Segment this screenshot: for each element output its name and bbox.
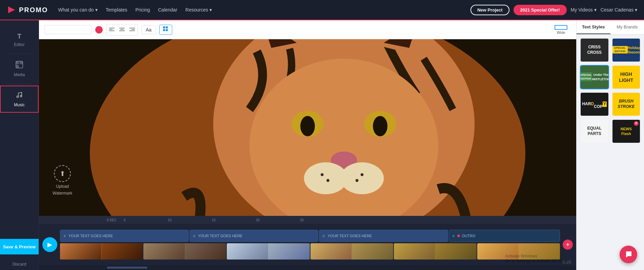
nav-right: New Project 2021 Special Offer! My Video… — [470, 5, 637, 15]
align-left-button[interactable] — [107, 25, 117, 35]
media-segment-5[interactable] — [394, 243, 477, 260]
new-project-button[interactable]: New Project — [470, 5, 509, 15]
main-layout: T Editor Media Music Save & Preview Disc… — [0, 20, 644, 270]
save-preview-button[interactable]: Save & Preview — [0, 239, 39, 254]
timeline-scrollbar[interactable] — [107, 267, 147, 269]
wide-button[interactable]: Wide — [555, 25, 567, 35]
svg-rect-4 — [16, 65, 19, 68]
style-card-holiday[interactable]: SPECIAL EDITION HolidaySeason — [612, 38, 641, 62]
ruler-20: 20 — [256, 218, 300, 222]
tab-my-brands[interactable]: My Brands — [610, 20, 644, 34]
wide-bar-icon — [555, 25, 567, 30]
media-segment-3[interactable] — [227, 243, 309, 260]
align-group — [106, 24, 138, 36]
sidebar-divider — [8, 54, 31, 54]
media-thumb-1 — [60, 243, 143, 260]
track-segment-3[interactable]: YOUR TEXT GOES HERE — [319, 230, 448, 242]
align-center-button[interactable] — [117, 25, 127, 35]
timeline-ruler: 0 SEC 5 10 15 20 25 — [39, 216, 576, 224]
style-card-brush-stroke[interactable]: BRUSHSTROKE — [612, 92, 641, 116]
right-panel: Text Styles My Brands CRISSCROSS SPECIAL… — [576, 20, 644, 270]
style-card-news-flash[interactable]: NEWSFlash ✕ — [612, 119, 641, 143]
watermark-label-1: Upload — [56, 184, 69, 189]
right-tabs: Text Styles My Brands — [577, 20, 644, 35]
play-button[interactable]: ▶ — [42, 237, 57, 252]
outro-dot — [457, 234, 460, 237]
style-card-hard-copy[interactable]: HARDCOPY — [580, 92, 609, 116]
font-size-button[interactable]: Aa — [141, 25, 156, 34]
editor-icon: T — [17, 32, 21, 40]
svg-point-5 — [17, 96, 19, 98]
font-selector[interactable]: Yellowtail ▾ — [44, 25, 92, 34]
sidebar-item-label: Music — [14, 103, 24, 107]
media-thumb-2 — [143, 243, 226, 260]
media-thumb-4 — [310, 243, 393, 260]
nav-pricing[interactable]: Pricing — [135, 7, 150, 13]
timeline-area: 0 SEC 5 10 15 20 25 ▶ YOUR TEXT GOES HER… — [39, 216, 576, 270]
nav-calendar[interactable]: Calendar — [158, 7, 177, 13]
ruler-10: 10 — [168, 218, 212, 222]
align-right-button[interactable] — [127, 25, 137, 35]
ruler-marks: 0 SEC 5 10 15 20 25 — [107, 218, 576, 222]
top-nav: PROMO What you can do ▾ Templates Pricin… — [0, 0, 644, 20]
style-card-criss-cross[interactable]: CRISSCROSS — [580, 38, 609, 62]
track-segment-outro[interactable]: OUTRO — [449, 230, 560, 242]
media-thumb-3 — [227, 243, 309, 260]
media-track — [60, 243, 560, 260]
media-segment-1[interactable] — [60, 243, 143, 260]
track-segment-1[interactable]: YOUR TEXT GOES HERE — [60, 230, 189, 242]
my-videos-link[interactable]: My Videos ▾ — [571, 7, 597, 13]
nav-what-you-can-do[interactable]: What you can do ▾ — [58, 7, 98, 13]
chevron-down-icon: ▾ — [209, 7, 212, 13]
media-segment-6[interactable] — [477, 243, 560, 260]
svg-point-34 — [356, 179, 359, 182]
svg-rect-19 — [166, 29, 168, 31]
style-card-highlight[interactable]: HIGHLIGHT — [612, 65, 641, 89]
chat-bubble-button[interactable] — [620, 246, 637, 263]
media-thumb-6 — [477, 243, 560, 260]
timeline-tracks: YOUR TEXT GOES HERE YOUR TEXT GOES HERE … — [60, 230, 560, 260]
watermark-upload[interactable]: ⬆ Upload Watermark — [53, 165, 72, 196]
svg-point-27 — [373, 116, 387, 136]
svg-rect-3 — [20, 61, 23, 64]
svg-point-33 — [361, 173, 364, 176]
watermark-circle: ⬆ — [54, 165, 71, 182]
grid-view-button[interactable] — [159, 25, 172, 35]
ruler-5: 5 — [124, 218, 168, 222]
user-menu[interactable]: Cesar Cadenas ▾ — [601, 7, 637, 13]
chevron-down-icon: ▾ — [635, 7, 637, 13]
sidebar-item-label: Media — [14, 72, 25, 77]
add-clip-button[interactable]: + — [563, 240, 573, 250]
style-card-equal-parts[interactable]: EQUALPARTS — [580, 119, 609, 143]
tiger-image — [39, 39, 576, 216]
svg-point-6 — [20, 95, 22, 97]
nav-resources[interactable]: Resources ▾ — [185, 7, 212, 13]
tab-text-styles[interactable]: Text Styles — [577, 20, 610, 34]
svg-point-26 — [300, 116, 315, 136]
special-offer-button[interactable]: 2021 Special Offer! — [514, 5, 567, 15]
svg-point-32 — [326, 179, 329, 182]
style-card-mistletoe[interactable]: SPECIAL EDITION Under TheMISTLETOE — [580, 65, 609, 89]
text-track: YOUR TEXT GOES HERE YOUR TEXT GOES HERE … — [60, 230, 560, 242]
media-segment-2[interactable] — [143, 243, 226, 260]
nav-templates[interactable]: Templates — [106, 7, 127, 13]
video-preview: ⬆ Upload Watermark — [39, 39, 576, 216]
chevron-down-icon: ▾ — [86, 27, 88, 32]
promo-logo-icon — [7, 5, 16, 15]
sidebar-item-music[interactable]: Music — [0, 86, 39, 113]
sidebar-item-label: Editor — [14, 42, 24, 47]
color-picker[interactable] — [95, 26, 103, 33]
svg-point-31 — [321, 173, 324, 176]
logo-text: PROMO — [19, 6, 48, 14]
time-display: 0:20 — [563, 260, 571, 265]
sidebar-item-media[interactable]: Media — [0, 55, 39, 83]
track-segment-2[interactable]: YOUR TEXT GOES HERE — [189, 230, 318, 242]
svg-rect-18 — [163, 29, 165, 31]
media-segment-4[interactable] — [310, 243, 393, 260]
text-toolbar: Yellowtail ▾ Aa — [39, 20, 576, 39]
svg-rect-16 — [163, 26, 165, 28]
sidebar-item-editor[interactable]: T Editor — [0, 27, 39, 52]
logo[interactable]: PROMO — [7, 5, 48, 15]
ruler-25: 25 — [300, 218, 344, 222]
discard-button[interactable]: Discard — [0, 262, 39, 267]
